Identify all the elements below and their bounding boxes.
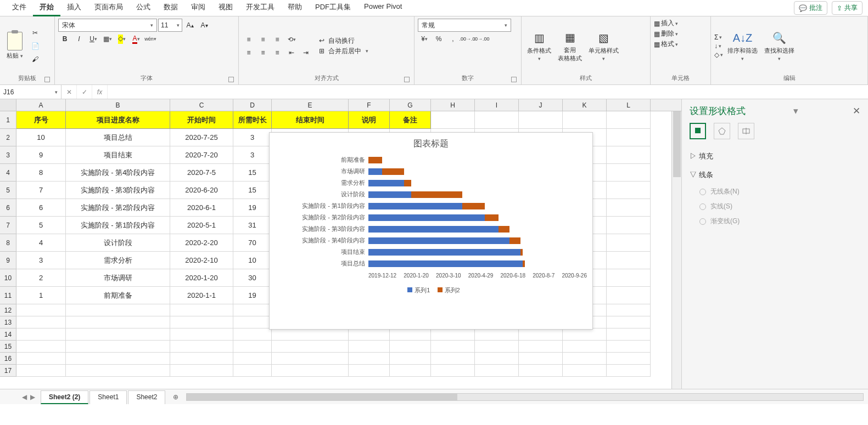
cell[interactable]: 10 (16, 129, 66, 146)
chart-bar-series2[interactable] (520, 249, 523, 256)
row-header[interactable]: 17 (0, 365, 16, 377)
find-select-button[interactable]: 🔍查找和选择▾ (762, 27, 797, 65)
cell[interactable] (233, 328, 272, 341)
cell[interactable] (607, 365, 651, 377)
cell[interactable]: 设计阶段 (66, 234, 170, 252)
cell[interactable] (16, 316, 66, 328)
cell[interactable]: 9 (16, 146, 66, 164)
gradient-line-radio[interactable]: 渐变线(G) (690, 214, 860, 229)
cell[interactable] (233, 341, 272, 353)
number-format-select[interactable]: 常规▾ (418, 19, 511, 32)
row-header[interactable]: 10 (0, 269, 16, 287)
cell[interactable] (519, 328, 563, 341)
chart-bar-series1[interactable] (368, 203, 462, 209)
cell[interactable] (563, 341, 607, 353)
row-header[interactable]: 12 (0, 304, 16, 316)
row-header[interactable]: 7 (0, 217, 16, 234)
row-header[interactable]: 11 (0, 287, 16, 304)
fill-button[interactable]: ↓ ▾ (714, 42, 723, 50)
cell[interactable]: 2020-7-20 (170, 146, 233, 164)
format-as-table-button[interactable]: ▦套用 表格格式 (556, 27, 584, 65)
menu-插入[interactable]: 插入 (60, 0, 88, 16)
cell[interactable]: 实施阶段 - 第2阶段内容 (66, 199, 170, 217)
chart-bar-series2[interactable] (411, 191, 462, 198)
cell[interactable]: 70 (233, 234, 272, 252)
delete-cells-button[interactable]: ▦ 删除 ▾ (654, 29, 678, 38)
cell[interactable] (607, 328, 651, 341)
cell[interactable]: 3 (233, 129, 272, 146)
cell[interactable] (607, 269, 651, 287)
align-launcher[interactable] (404, 77, 410, 82)
column-header-B[interactable]: B (66, 99, 170, 111)
column-header-D[interactable]: D (233, 99, 272, 111)
cell[interactable]: 2020-7-5 (170, 164, 233, 182)
cell[interactable] (272, 365, 349, 377)
vertical-scrollbar[interactable] (671, 111, 681, 389)
merge-center-button[interactable]: ⊞ 合并后居中 ▾ (319, 47, 368, 56)
menu-开始[interactable]: 开始 (33, 0, 60, 16)
cell[interactable]: 2020-6-1 (170, 199, 233, 217)
row-header[interactable]: 6 (0, 199, 16, 217)
cell[interactable]: 4 (16, 234, 66, 252)
fill-color-button[interactable]: ◇▾ (115, 33, 128, 45)
cell[interactable] (475, 341, 519, 353)
menu-文件[interactable]: 文件 (5, 0, 33, 16)
underline-button[interactable]: U▾ (87, 33, 100, 45)
cell[interactable]: 开始时间 (170, 111, 233, 129)
cell[interactable]: 项目结束 (66, 146, 170, 164)
cell[interactable]: 项目总结 (66, 129, 170, 146)
cell[interactable] (233, 316, 272, 328)
border-button[interactable]: ▦▾ (101, 33, 114, 45)
menu-视图[interactable]: 视图 (212, 0, 239, 16)
column-header-J[interactable]: J (519, 99, 563, 111)
row-header[interactable]: 14 (0, 328, 16, 341)
cell[interactable] (607, 234, 651, 252)
cell[interactable] (170, 304, 233, 316)
column-header-F[interactable]: F (349, 99, 390, 111)
solid-line-radio[interactable]: 实线(S) (690, 199, 860, 214)
cell[interactable]: 2020-5-1 (170, 217, 233, 234)
cell[interactable] (431, 111, 475, 129)
decrease-font-button[interactable]: A▾ (198, 19, 211, 31)
bold-button[interactable]: B (58, 33, 71, 45)
chart-bar-series2[interactable] (462, 203, 485, 209)
number-launcher[interactable] (511, 77, 517, 82)
cell[interactable] (170, 341, 233, 353)
pane-options-icon[interactable]: ▾ (793, 105, 798, 117)
cell[interactable]: 需求分析 (66, 252, 170, 269)
indent-dec-button[interactable]: ⇤ (285, 47, 298, 59)
cell[interactable] (431, 353, 475, 365)
cell[interactable]: 备注 (390, 111, 431, 129)
row-header[interactable]: 4 (0, 164, 16, 182)
cell[interactable] (16, 304, 66, 316)
embedded-chart[interactable]: 图表标题 前期准备市场调研需求分析设计阶段实施阶段 - 第1阶段内容实施阶段 -… (269, 132, 593, 330)
enter-formula-button[interactable]: ✓ (77, 85, 92, 99)
cell[interactable]: 序号 (16, 111, 66, 129)
cell[interactable] (475, 353, 519, 365)
row-header[interactable]: 8 (0, 234, 16, 252)
column-header-G[interactable]: G (390, 99, 431, 111)
line-section-toggle[interactable]: ▽ 线条 (690, 166, 860, 184)
cell[interactable] (233, 365, 272, 377)
cell-styles-button[interactable]: ▧单元格样式▾ (586, 27, 621, 65)
cell[interactable] (170, 365, 233, 377)
cell[interactable]: 2 (16, 269, 66, 287)
dec-decimal-button[interactable]: .0→.00 (475, 33, 488, 45)
chart-bar-series1[interactable] (368, 237, 509, 244)
align-center-button[interactable]: ≡ (256, 47, 270, 59)
cell[interactable]: 2020-2-10 (170, 252, 233, 269)
cell[interactable] (16, 353, 66, 365)
row-header[interactable]: 1 (0, 111, 16, 129)
cell[interactable] (349, 328, 390, 341)
chart-bar-series1[interactable] (368, 260, 523, 267)
cell[interactable]: 10 (233, 252, 272, 269)
cell[interactable] (170, 353, 233, 365)
cell[interactable]: 结束时间 (272, 111, 349, 129)
inc-decimal-button[interactable]: .00→.0 (461, 33, 474, 45)
cell[interactable] (272, 341, 349, 353)
row-header[interactable]: 16 (0, 353, 16, 365)
chart-bar-series2[interactable] (404, 180, 411, 186)
cell[interactable]: 15 (233, 182, 272, 199)
font-size-select[interactable]: 11▾ (158, 19, 182, 32)
cancel-formula-button[interactable]: ✕ (61, 85, 77, 99)
